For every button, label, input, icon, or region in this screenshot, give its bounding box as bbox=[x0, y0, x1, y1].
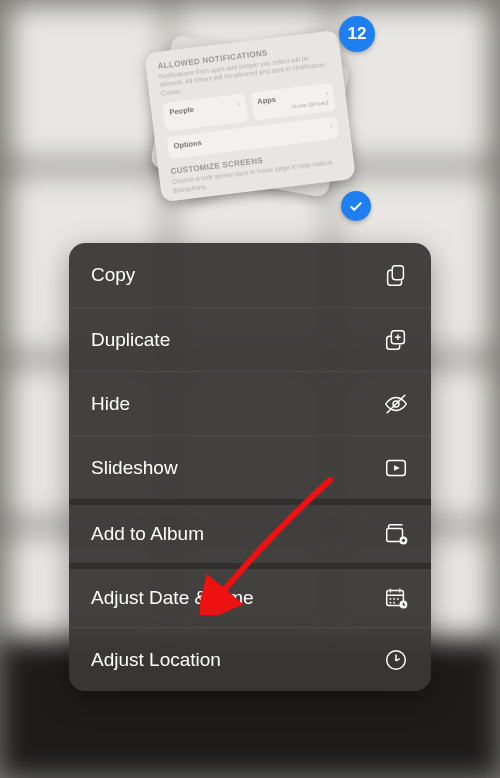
menu-label: Add to Album bbox=[91, 523, 204, 545]
stack-card-front: ALLOWED NOTIFICATIONS Notifications from… bbox=[144, 29, 356, 202]
svg-point-8 bbox=[393, 598, 395, 600]
menu-item-add-to-album[interactable]: Add to Album bbox=[69, 499, 431, 563]
menu-label: Duplicate bbox=[91, 329, 170, 351]
selected-photos-stack[interactable]: ALLOWED NOTIFICATIONS Notifications from… bbox=[135, 18, 365, 213]
eye-slash-icon bbox=[383, 391, 409, 417]
svg-point-10 bbox=[390, 602, 392, 604]
menu-label: Copy bbox=[91, 264, 135, 286]
svg-point-9 bbox=[397, 598, 399, 600]
photo-context-menu: Copy Duplicate Hide Slideshow Add to Alb… bbox=[69, 243, 431, 691]
location-pin-circle-icon bbox=[383, 647, 409, 673]
copy-icon bbox=[383, 262, 409, 288]
menu-item-adjust-date-time[interactable]: Adjust Date & Time bbox=[69, 563, 431, 627]
preview-tile-apps: Apps› None allowed bbox=[250, 83, 335, 121]
svg-point-11 bbox=[393, 602, 395, 604]
duplicate-icon bbox=[383, 327, 409, 353]
menu-item-slideshow[interactable]: Slideshow bbox=[69, 435, 431, 499]
menu-label: Adjust Location bbox=[91, 649, 221, 671]
svg-point-14 bbox=[395, 658, 397, 660]
menu-label: Slideshow bbox=[91, 457, 178, 479]
menu-item-duplicate[interactable]: Duplicate bbox=[69, 307, 431, 371]
album-plus-icon bbox=[383, 521, 409, 547]
menu-item-hide[interactable]: Hide bbox=[69, 371, 431, 435]
menu-label: Adjust Date & Time bbox=[91, 587, 254, 609]
svg-rect-0 bbox=[392, 266, 403, 280]
preview-tile-people: People› bbox=[162, 93, 247, 131]
menu-item-adjust-location[interactable]: Adjust Location bbox=[69, 627, 431, 691]
selection-count-badge: 12 bbox=[339, 16, 375, 52]
play-rect-icon bbox=[383, 455, 409, 481]
menu-label: Hide bbox=[91, 393, 130, 415]
svg-point-7 bbox=[390, 598, 392, 600]
selected-checkmark-badge bbox=[341, 191, 371, 221]
menu-item-copy[interactable]: Copy bbox=[69, 243, 431, 307]
calendar-clock-icon bbox=[383, 585, 409, 611]
